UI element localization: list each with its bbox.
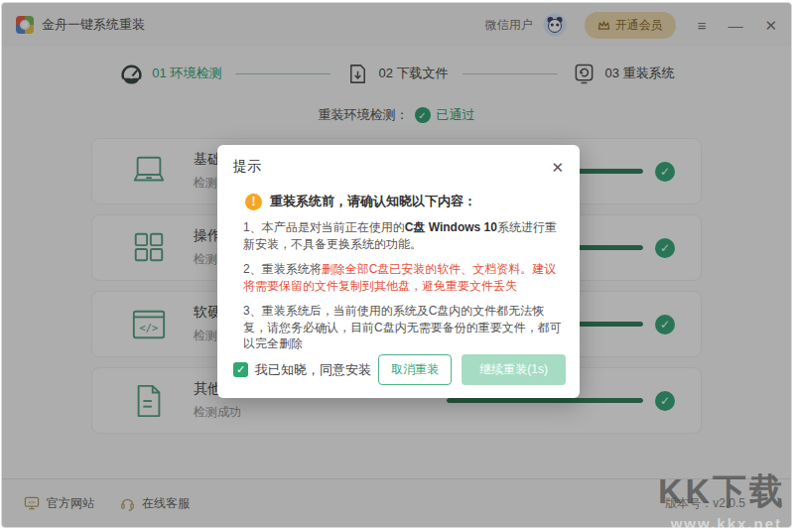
app-page: 金舟一键系统重装 微信用户 开通会员 ≡ — ✕: [0, 0, 794, 532]
dialog-point-3: 3、重装系统后，当前使用的系统及C盘内的文件都无法恢复，请您务必确认，目前C盘内…: [243, 303, 564, 352]
confirm-dialog: 提示 ✕ ! 重装系统前，请确认知晓以下内容： 1、本产品是对当前正在使用的C盘…: [217, 145, 580, 398]
cancel-reinstall-button[interactable]: 取消重装: [378, 354, 452, 385]
dialog-point-2: 2、重装系统将删除全部C盘已安装的软件、文档资料。建议将需要保留的文件复制到其他…: [243, 261, 564, 294]
warning-icon: !: [245, 194, 262, 210]
dialog-title: 提示: [233, 158, 261, 176]
dialog-point-1: 1、本产品是对当前正在使用的C盘 Windows 10系统进行重新安装，不具备更…: [243, 219, 564, 252]
agree-checkbox[interactable]: ✓ 我已知晓，同意安装: [233, 361, 371, 379]
checkbox-checked-icon[interactable]: ✓: [233, 362, 248, 377]
continue-reinstall-button[interactable]: 继续重装(1s): [462, 354, 566, 385]
app-window: 金舟一键系统重装 微信用户 开通会员 ≡ — ✕: [1, 2, 792, 528]
dialog-warning-heading: ! 重装系统前，请确认知晓以下内容：: [245, 193, 564, 210]
dialog-close-icon[interactable]: ✕: [551, 160, 564, 175]
